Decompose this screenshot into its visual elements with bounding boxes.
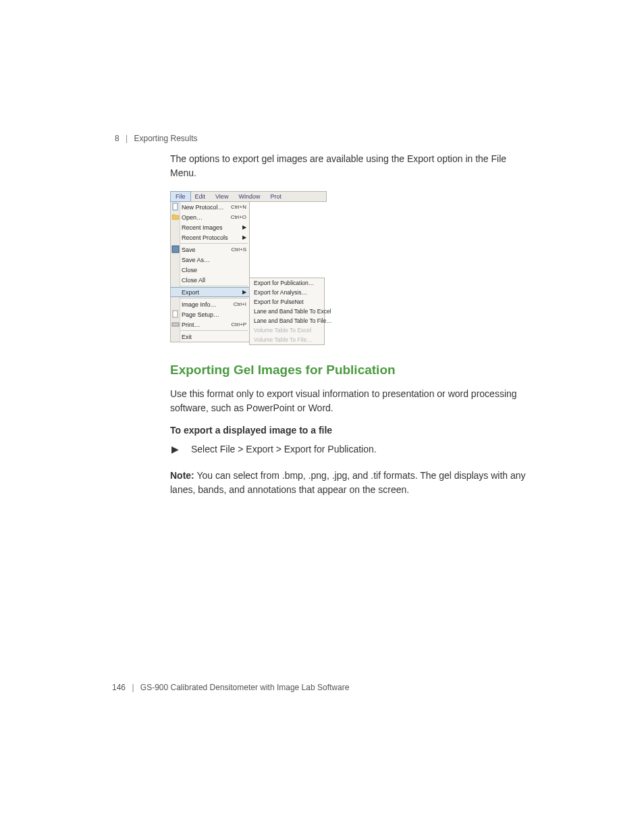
file-menu-screenshot: File Edit View Window Prot New Protocol…… [170,191,327,345]
menu-print[interactable]: Print… Ctrl+P [171,319,249,330]
menu-view[interactable]: View [211,192,234,201]
submenu-lane-file[interactable]: Lane and Band Table To File… [250,316,324,325]
chevron-right-icon: ▶ [242,224,246,230]
section-body: Use this format only to export visual in… [170,387,535,415]
submenu-vol-excel: Volume Table To Excel [250,325,324,335]
page-number: 146 [112,683,126,692]
export-submenu: Export for Publication… Export for Analy… [249,278,325,345]
submenu-export-analysis[interactable]: Export for Analysis… [250,288,324,297]
save-icon [171,245,180,253]
menu-recent-images[interactable]: Recent Images ▶ [171,222,249,232]
submenu-export-pulsenet[interactable]: Export for PulseNet [250,297,324,307]
menu-recent-protocols[interactable]: Recent Protocols ▶ [171,232,249,242]
menu-exit[interactable]: Exit [171,332,249,342]
note-body: You can select from .bmp, .png, .jpg, an… [170,470,526,495]
menubar: File Edit View Window Prot [170,191,327,202]
product-name: GS-900 Calibrated Densitometer with Imag… [140,683,350,692]
svg-rect-0 [173,203,178,210]
step-1: ▶ Select File > Export > Export for Publ… [170,442,535,457]
printer-icon [171,320,180,328]
svg-rect-3 [172,323,179,326]
submenu-lane-excel[interactable]: Lane and Band Table To Excel [250,307,324,316]
triangle-bullet-icon: ▶ [171,442,179,457]
menu-save-as[interactable]: Save As… [171,255,249,265]
svg-rect-2 [173,311,178,317]
document-icon [171,203,180,211]
submenu-export-publication[interactable]: Export for Publication… [250,278,324,288]
submenu-vol-file: Volume Table To File… [250,335,324,344]
menu-close[interactable]: Close [171,265,249,275]
folder-open-icon [171,213,180,221]
note-label: Note: [170,470,194,481]
menu-file[interactable]: File [170,191,191,202]
menu-prot[interactable]: Prot [265,192,287,201]
menu-save[interactable]: Save Ctrl+S [171,244,249,255]
menu-export[interactable]: Export ▶ [171,287,249,297]
menu-close-all[interactable]: Close All [171,275,249,285]
note-paragraph: Note: You can select from .bmp, .png, .j… [170,469,535,497]
menu-edit[interactable]: Edit [190,192,211,201]
intro-paragraph: The options to export gel images are ava… [170,152,535,180]
section-title: Exporting Gel Images for Publication [170,363,535,377]
menu-new-protocol[interactable]: New Protocol… Ctrl+N [171,202,249,212]
chevron-right-icon: ▶ [242,289,246,295]
page-footer: 146 | GS-900 Calibrated Densitometer wit… [112,683,349,692]
menu-window[interactable]: Window [234,192,265,201]
menu-open[interactable]: Open… Ctrl+O [171,212,249,222]
procedure-heading: To export a displayed image to a file [170,425,535,436]
file-dropdown: New Protocol… Ctrl+N Open… Ctrl+O Recent… [170,202,250,342]
page-icon [171,310,180,318]
chevron-right-icon: ▶ [242,234,246,240]
svg-rect-1 [172,246,179,253]
menu-page-setup[interactable]: Page Setup… [171,309,249,319]
menu-image-info[interactable]: Image Info… Ctrl+I [171,299,249,309]
